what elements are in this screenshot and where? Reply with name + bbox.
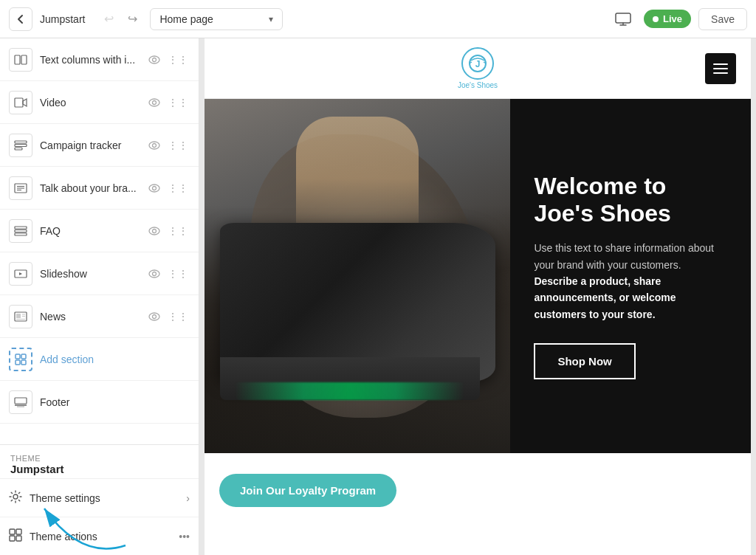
sidebar-item-faq-actions: ⋮⋮ — [147, 224, 190, 238]
eye-icon[interactable] — [147, 182, 162, 194]
svg-point-41 — [13, 494, 18, 499]
hero-image — [205, 99, 510, 453]
hero-desc-bold: Describe a product, share announcements,… — [534, 275, 676, 320]
sidebar-item-faq[interactable]: FAQ ⋮⋮ — [0, 210, 199, 252]
talk-about-brand-icon — [9, 176, 32, 200]
svg-point-12 — [153, 143, 157, 147]
eye-icon[interactable] — [147, 54, 162, 66]
svg-rect-44 — [16, 529, 21, 534]
store-header: J Joe's Shoes — [205, 38, 751, 99]
page-selector-label: Home page — [159, 13, 263, 25]
svg-rect-5 — [15, 98, 23, 107]
page-selector[interactable]: Home page ▾ — [150, 8, 283, 30]
drag-handle-icon[interactable]: ⋮⋮ — [166, 224, 190, 238]
eye-icon[interactable] — [147, 139, 162, 151]
svg-point-11 — [149, 142, 159, 149]
device-preview-button[interactable] — [610, 6, 636, 32]
svg-point-33 — [153, 314, 157, 318]
drag-handle-icon[interactable]: ⋮⋮ — [166, 138, 190, 153]
svg-point-7 — [153, 100, 157, 104]
sidebar-item-text-columns-label: Text columns with i... — [40, 54, 140, 66]
svg-point-23 — [153, 229, 157, 232]
drag-handle-icon[interactable]: ⋮⋮ — [166, 52, 190, 67]
back-button[interactable] — [9, 7, 32, 31]
svg-point-22 — [149, 227, 159, 235]
add-section-icon — [9, 348, 32, 371]
svg-point-17 — [149, 185, 159, 192]
theme-settings-item[interactable]: Theme settings › — [0, 478, 199, 517]
drag-handle-icon[interactable]: ⋮⋮ — [166, 95, 190, 110]
svg-rect-43 — [10, 529, 15, 534]
footer-icon — [9, 390, 32, 414]
eye-icon[interactable] — [147, 268, 162, 280]
sidebar-sections: Text columns with i... ⋮⋮ Video — [0, 38, 199, 444]
svg-rect-34 — [16, 354, 20, 359]
sidebar-item-slideshow-actions: ⋮⋮ — [147, 266, 190, 281]
drag-handle-icon[interactable]: ⋮⋮ — [166, 266, 190, 281]
sidebar-footer: THEME Jumpstart Theme settings › — [0, 444, 199, 555]
chevron-down-icon: ▾ — [269, 14, 273, 24]
svg-rect-10 — [15, 148, 22, 150]
hamburger-menu-button[interactable] — [705, 53, 736, 84]
store-logo: J Joe's Shoes — [458, 47, 498, 89]
chevron-right-icon: › — [186, 492, 190, 504]
text-columns-icon — [9, 48, 32, 72]
history-controls: ↩ ↪ — [98, 9, 142, 30]
sidebar-item-faq-label: FAQ — [40, 225, 140, 237]
drag-handle-icon[interactable]: ⋮⋮ — [166, 181, 190, 196]
sidebar-item-footer-label: Footer — [40, 396, 182, 408]
redo-button[interactable]: ↪ — [122, 9, 142, 30]
svg-point-26 — [153, 272, 157, 275]
sidebar-item-slideshow-label: Slideshow — [40, 268, 140, 280]
svg-rect-8 — [15, 141, 27, 143]
sidebar: Text columns with i... ⋮⋮ Video — [0, 38, 199, 555]
topbar-title: Jumpstart — [40, 13, 85, 25]
sidebar-item-talk-about-brand[interactable]: Talk about your bra... ⋮⋮ — [0, 167, 199, 210]
sidebar-item-footer[interactable]: Footer — [0, 381, 199, 424]
sidebar-item-news-label: News — [40, 311, 140, 323]
svg-point-3 — [149, 56, 159, 63]
sidebar-item-video-label: Video — [40, 97, 140, 108]
svg-point-6 — [149, 99, 159, 106]
add-section-label: Add section — [40, 354, 94, 365]
svg-rect-36 — [16, 360, 20, 365]
svg-point-4 — [153, 58, 157, 61]
undo-button[interactable]: ↩ — [98, 9, 119, 30]
add-section-item[interactable]: Add section — [0, 338, 199, 381]
drag-handle-icon[interactable]: ⋮⋮ — [166, 309, 190, 324]
theme-section-label: THEME — [10, 454, 188, 463]
svg-rect-0 — [616, 13, 630, 23]
svg-rect-38 — [15, 398, 27, 404]
sidebar-item-news-actions: ⋮⋮ — [147, 309, 190, 324]
svg-rect-21 — [15, 233, 27, 235]
save-button[interactable]: Save — [698, 8, 747, 30]
sidebar-item-campaign-tracker-label: Campaign tracker — [40, 139, 140, 151]
sidebar-item-news[interactable]: News ⋮⋮ — [0, 295, 199, 338]
loyalty-button[interactable]: Join Our Loyalty Program — [219, 474, 396, 507]
live-label: Live — [663, 13, 682, 24]
sidebar-item-campaign-tracker[interactable]: Campaign tracker ⋮⋮ — [0, 124, 199, 167]
svg-point-18 — [153, 186, 157, 190]
eye-icon[interactable] — [147, 311, 162, 323]
sidebar-item-video-actions: ⋮⋮ — [147, 95, 190, 110]
more-icon: ••• — [179, 531, 190, 542]
hero-section: Welcome to Joe's Shoes Use this text to … — [205, 99, 751, 453]
video-icon — [9, 91, 32, 114]
svg-rect-20 — [15, 230, 27, 232]
campaign-tracker-icon — [9, 134, 32, 157]
slideshow-icon — [9, 262, 32, 286]
hero-title: Welcome to Joe's Shoes — [534, 173, 727, 227]
svg-rect-28 — [16, 314, 21, 318]
sidebar-item-slideshow[interactable]: Slideshow ⋮⋮ — [0, 252, 199, 295]
grid-icon — [9, 528, 22, 544]
sidebar-item-video[interactable]: Video ⋮⋮ — [0, 81, 199, 124]
sidebar-item-text-columns[interactable]: Text columns with i... ⋮⋮ — [0, 38, 199, 81]
theme-actions-item[interactable]: Theme actions ••• — [0, 517, 199, 555]
preview-area: J Joe's Shoes — [199, 38, 756, 555]
shop-now-button[interactable]: Shop Now — [534, 343, 635, 379]
live-dot — [653, 16, 659, 22]
eye-icon[interactable] — [147, 97, 162, 108]
eye-icon[interactable] — [147, 225, 162, 237]
live-badge: Live — [644, 10, 691, 28]
hero-desc-normal: Use this text to share information about… — [534, 242, 714, 270]
